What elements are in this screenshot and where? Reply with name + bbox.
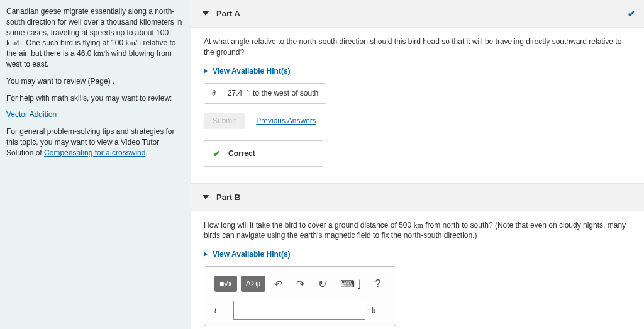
part-a-question: At what angle relative to the north-sout… xyxy=(204,36,631,58)
equation-editor: ■√x ΑΣφ ↶ ↷ ↻ ⌨ ⌋ ? t = h xyxy=(204,266,396,326)
view-hints-a[interactable]: View Available Hint(s) xyxy=(204,67,631,75)
answer-input-b[interactable] xyxy=(233,301,365,320)
vector-addition-link[interactable]: Vector Addition xyxy=(6,110,57,119)
part-b: Part B How long will it take the bird to… xyxy=(191,184,644,329)
undo-icon[interactable]: ↶ xyxy=(269,276,287,292)
part-a: Part A ✔ At what angle relative to the n… xyxy=(191,0,644,184)
feedback-correct: ✔ Correct xyxy=(204,140,323,167)
caret-down-icon xyxy=(203,11,209,16)
caret-down-icon xyxy=(203,195,209,199)
tips-text: For general problem-solving tips and str… xyxy=(6,126,183,158)
previous-answers-link-a[interactable]: Previous Answers xyxy=(256,116,316,125)
triangle-right-icon xyxy=(204,252,208,257)
answer-display-a: θ = 27.4 ° to the west of south xyxy=(204,83,326,104)
redo-icon[interactable]: ↷ xyxy=(291,276,309,292)
unit-h: h xyxy=(372,306,375,315)
symbols-tool-icon[interactable]: ΑΣφ xyxy=(241,276,265,292)
help-icon[interactable]: ? xyxy=(370,276,386,292)
check-icon: ✔ xyxy=(213,148,221,159)
reset-icon[interactable]: ↻ xyxy=(313,276,331,292)
view-hints-b[interactable]: View Available Hint(s) xyxy=(204,250,631,259)
editor-toolbar: ■√x ΑΣφ ↶ ↷ ↻ ⌨ ⌋ ? xyxy=(211,273,389,294)
part-b-title: Part B xyxy=(216,192,240,202)
intro-text: Canadian geese migrate essentially along… xyxy=(6,6,183,70)
part-a-title: Part A xyxy=(216,9,240,18)
part-a-header[interactable]: Part A ✔ xyxy=(191,0,644,28)
problem-intro-sidebar: Canadian geese migrate essentially along… xyxy=(0,0,191,329)
templates-tool-icon[interactable]: ■√x xyxy=(214,276,237,292)
triangle-right-icon xyxy=(204,69,208,74)
main-content: Part A ✔ At what angle relative to the n… xyxy=(191,0,644,329)
part-b-question: How long will it take the bird to cover … xyxy=(204,220,631,242)
check-icon: ✔ xyxy=(628,9,635,19)
keyboard-icon[interactable]: ⌨ ⌋ xyxy=(335,276,366,292)
part-b-header[interactable]: Part B xyxy=(191,184,644,211)
crosswind-link[interactable]: Compensating for a crosswind xyxy=(44,148,145,157)
submit-button-a: Submit xyxy=(204,113,245,129)
review-page-text: You may want to review (Page) . xyxy=(6,76,183,87)
math-help-text: For help with math skills, you may want … xyxy=(6,93,183,104)
variable-t: t xyxy=(214,306,216,315)
